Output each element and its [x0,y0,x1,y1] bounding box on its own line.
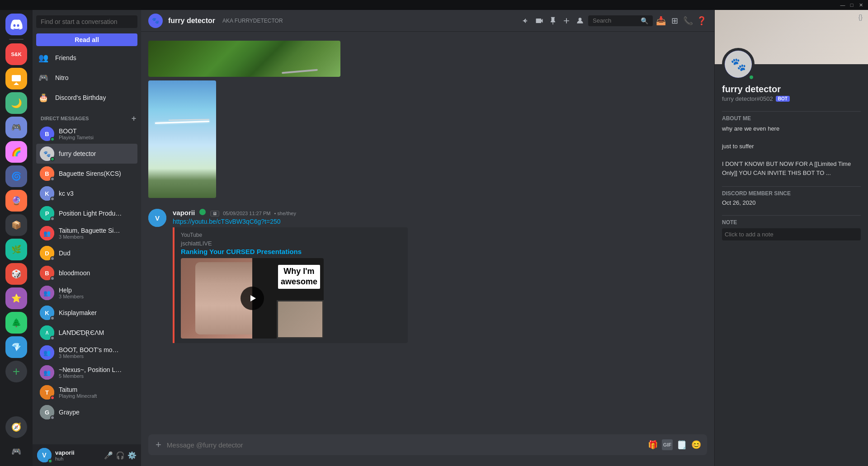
settings-button[interactable]: ⚙️ [127,451,137,460]
dm-item-boot[interactable]: B BOOT Playing Tametsi [36,124,137,144]
server-icon-explore[interactable]: 🧭 [5,416,27,438]
server-icon-13[interactable]: 💎 [5,336,27,358]
server-icon-4[interactable]: 🎮 [5,117,27,138]
inbox-icon[interactable]: 📥 [656,15,666,26]
dm-name: Help [59,287,84,294]
deafen-button[interactable]: 🎧 [116,451,125,460]
read-all-button[interactable]: Read all [36,33,137,46]
server-icon-2[interactable] [5,68,27,89]
server-icon-gamepad[interactable]: 🎮 [5,441,27,462]
video-icon[interactable] [534,15,545,26]
chat-input[interactable] [167,436,644,454]
dm-item-graype[interactable]: G Graype [36,402,137,422]
profile-banner: 🐾 {} [715,10,868,64]
server-icon-5[interactable]: 🌈 [5,141,27,163]
server-icon-8[interactable]: 📦 [5,214,27,236]
server-icon-discord[interactable] [5,14,27,35]
dm-item-taitum[interactable]: T Taitum Playing Minecraft [36,382,137,402]
dm-item-help[interactable]: 👥 Help 3 Members [36,283,137,303]
dm-item-kisplaymaker[interactable]: K Kisplaymaker [36,303,137,323]
gift-icon[interactable]: 🎁 [647,439,658,450]
profile-avatar[interactable]: 🐾 [722,48,755,80]
mute-button[interactable]: 🎤 [104,451,113,460]
gif-icon[interactable]: GIF [662,439,673,450]
dm-avatar-nexus-group: 👥 [40,365,54,380]
dm-item-nexus-group[interactable]: 👥 ~Nexus~, Position Lig... 5 Members [36,362,137,382]
user-status-dot [48,459,52,463]
current-user-status: huh [55,456,100,461]
server-icon-6[interactable]: 🌀 [5,165,27,187]
mute-icon[interactable] [520,15,531,26]
server-icon-11[interactable]: ⭐ [5,287,27,309]
attach-button[interactable]: + [154,434,163,455]
maximize-button[interactable]: □ [848,1,855,9]
dm-name-furry: furry detector [59,150,96,157]
airplane-image[interactable] [148,80,216,198]
note-title: NOTE [722,219,861,226]
about-me-text: why are we even here just to suffer I DO… [722,124,861,177]
msg-content-vaporii: vaporii 🖥 05/09/2023 11:27 PM • she/they… [173,209,707,343]
dm-item-friends[interactable]: 👥 Friends [33,48,141,68]
window-icon[interactable]: ⊞ [669,15,680,26]
chat-search-box[interactable]: 🔍 [588,15,653,26]
add-friend-icon[interactable] [561,15,572,26]
profile-edit-icon[interactable]: {} [859,14,863,21]
server-icon-12[interactable]: 🌲 [5,312,27,334]
dm-item-landed[interactable]: Λ ᏞᎪΝƊЄƊⱤЄΛМ [36,323,137,343]
server-icon-10[interactable]: 🎲 [5,263,27,285]
voice-icon[interactable]: 📞 [683,15,693,26]
server-icon-7[interactable]: 🔮 [5,190,27,212]
dm-item-nitro[interactable]: 🎮 Nitro [33,68,141,88]
dm-item-baguette[interactable]: B Baguette Sirens(KCS) [36,164,137,184]
dm-sub: 3 Members [59,234,122,240]
emoji-icon[interactable]: 😊 [691,439,702,450]
msg-avatar-vaporii[interactable]: V [148,209,166,227]
dm-item-dud[interactable]: D Dud [36,243,137,263]
dm-avatar-boot-group: 👥 [40,345,54,360]
server-icon-9[interactable]: 🌿 [5,239,27,260]
nitro-label: Nitro [55,74,69,81]
friends-label: Friends [55,54,76,61]
profile-icon[interactable] [575,15,585,26]
msg-link-text[interactable]: https://youtu.be/cTSvBW3qC6g?t=250 [173,217,707,226]
current-user-avatar: V [37,448,52,462]
msg-header: vaporii 🖥 05/09/2023 11:27 PM • she/they [173,209,707,217]
server-icon-add[interactable]: + [5,361,27,382]
member-since-title: DISCORD MEMBER SINCE [722,190,861,197]
embed-thumbnail[interactable]: Why I'mawesome [181,258,324,339]
note-input[interactable] [722,228,861,240]
dm-item-kcv3[interactable]: K kc v3 [36,184,137,203]
dm-name-block: Taitum Playing Minecraft [59,386,97,399]
msg-link[interactable]: https://youtu.be/cTSvBW3qC6g?t=250 [173,218,281,225]
sticker-icon[interactable]: 🗒️ [676,439,687,450]
nitro-icon: 🎮 [36,71,51,85]
new-dm-button[interactable]: + [130,115,137,122]
dm-item-bloodmoon[interactable]: B bloodmoon [36,263,137,283]
profile-divider-2 [722,186,861,187]
dm-avatar-bloodmoon: B [40,266,54,280]
online-indicator [199,209,206,215]
dm-item-position[interactable]: P Position Light Produc... [36,203,137,223]
dm-item-taitum-group[interactable]: 👥 Taitum, Baguette Sire... 3 Members [36,223,137,243]
pinned-messages-icon[interactable] [547,15,558,26]
dm-item-furry-detector[interactable]: 🐾 furry detector [36,144,137,164]
help-icon[interactable]: ❓ [696,15,707,26]
server-icon-3[interactable]: 🌙 [5,92,27,114]
svg-rect-0 [12,75,21,81]
dm-item-birthday[interactable]: 🎂 Discord's Birthday [33,88,141,108]
chat-input-icons: 🎁 GIF 🗒️ 😊 [647,439,702,450]
chat-search-input[interactable] [593,17,638,24]
profile-name: furry detector [722,84,861,94]
landscape-image[interactable] [148,41,340,77]
close-button[interactable]: ✕ [857,1,864,9]
embed-play-button[interactable] [241,287,264,310]
chat-header-icons: 🔍 📥 ⊞ 📞 ❓ [520,15,707,26]
dm-name: bloodmoon [59,269,90,277]
dm-search-input[interactable] [36,15,137,28]
dm-sub: 3 Members [59,353,122,359]
dm-sidebar: Read all 👥 Friends 🎮 Nitro 🎂 Discord's B… [33,10,141,466]
server-icon-1[interactable]: S&K [5,43,27,65]
embed-title[interactable]: Ranking Your CURSED Presentations [181,248,401,255]
dm-item-boot-group[interactable]: 👥 BOOT, BOOT's mom/R... 3 Members [36,343,137,362]
minimize-button[interactable]: — [839,1,846,9]
